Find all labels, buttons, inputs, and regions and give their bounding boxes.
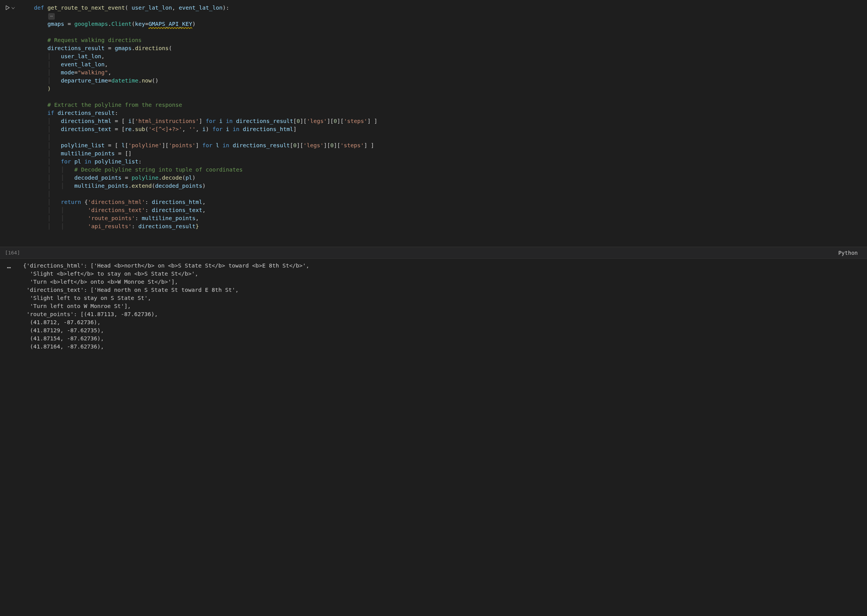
output-line: 'directions_text': ['Head north on S Sta… — [23, 287, 239, 293]
class: Client — [111, 21, 132, 27]
indent-guide — [34, 13, 47, 19]
code-editor[interactable]: def get_route_to_next_event( user_lat_lo… — [23, 4, 864, 231]
eq: = — [74, 69, 78, 76]
method: now — [142, 77, 152, 84]
constant-warning: GMAPS_API_KEY — [148, 21, 192, 27]
kw-in: in — [84, 158, 91, 165]
kw-if: if — [47, 110, 54, 116]
eq: = — [108, 77, 111, 84]
output-line: 'Slight left to stay on S State St', — [23, 295, 151, 301]
arg: user_lat_lon — [61, 53, 101, 59]
paren: ): — [223, 5, 229, 11]
var: directions_result — [47, 45, 105, 51]
brace: { — [81, 199, 88, 205]
param: user_lat_lon — [132, 5, 172, 11]
string: "walking" — [78, 69, 108, 76]
kw-def: def — [34, 5, 44, 11]
var: gmaps — [47, 21, 64, 27]
kw-return: return — [61, 199, 81, 205]
kw-for: for — [61, 158, 71, 165]
colon: : — [135, 215, 142, 221]
class: datetime — [111, 77, 138, 84]
output-cell: ⋯ {'directions_html': ['Head <b>north</b… — [0, 259, 867, 352]
function-name: get_route_to_next_event — [47, 5, 125, 11]
paren: ( — [125, 5, 132, 11]
key: 'api_results' — [88, 223, 132, 229]
cell-status-bar: [164] Python — [0, 247, 867, 259]
fold-badge[interactable]: ⋯ — [48, 13, 55, 20]
comment: # Decode polyline string into tuple of c… — [74, 167, 243, 173]
paren: () — [152, 77, 159, 84]
kwarg: mode — [61, 69, 74, 76]
colon: : — [145, 207, 152, 213]
language-label[interactable]: Python — [838, 249, 864, 257]
paren: ( — [132, 21, 135, 27]
chevron-down-icon[interactable] — [11, 5, 15, 9]
comma: , — [108, 69, 111, 76]
play-icon[interactable] — [5, 5, 10, 10]
output-ellipsis-icon[interactable]: ⋯ — [3, 262, 23, 273]
output-line: 'Turn left onto W Monroe St'], — [23, 303, 131, 309]
method: directions — [135, 45, 169, 51]
output-line: 'route_points': [(41.87113, -87.62736), — [23, 311, 158, 317]
output-line: 'Turn <b>left</b> onto <b>W Monroe St</b… — [23, 279, 178, 285]
cond — [54, 110, 57, 116]
kwarg: key — [135, 21, 145, 27]
key: 'directions_text' — [88, 207, 145, 213]
colon: : — [132, 223, 138, 229]
paren: ( — [169, 45, 172, 51]
output-line: (41.8712, -87.62736), — [23, 319, 101, 325]
dot: . — [108, 21, 111, 27]
execution-count: [164] — [3, 249, 23, 257]
output-line: {'directions_html': ['Head <b>north</b> … — [23, 263, 309, 269]
key: 'directions_html' — [88, 199, 145, 205]
output-line: (41.87164, -87.62736), — [23, 343, 104, 350]
comment: # Request walking directions — [47, 37, 142, 43]
eq: = — [145, 21, 148, 27]
indent-guide — [34, 21, 47, 27]
comma: , — [172, 5, 179, 11]
cell-gutter — [3, 4, 23, 10]
module: googlemaps — [74, 21, 108, 27]
paren: ) — [47, 86, 51, 92]
comment: # Extract the polyline from the response — [47, 102, 182, 108]
colon: : — [145, 199, 152, 205]
space — [44, 5, 47, 11]
kwarg: departure_time — [61, 77, 108, 84]
notebook: def get_route_to_next_event( user_lat_lo… — [0, 0, 867, 352]
paren: ) — [192, 21, 196, 27]
code-cell[interactable]: def get_route_to_next_event( user_lat_lo… — [0, 3, 867, 231]
output-line: 'Slight <b>left</b> to stay on <b>S Stat… — [23, 271, 198, 277]
output-text: {'directions_html': ['Head <b>north</b> … — [23, 262, 864, 351]
output-line: (41.87154, -87.62736), — [23, 335, 104, 342]
param: event_lat_lon — [179, 5, 223, 11]
sp — [71, 158, 74, 165]
key: 'route_points' — [88, 215, 135, 221]
arg: event_lat_lon — [61, 61, 105, 67]
output-line: (41.87129, -87.62735), — [23, 327, 104, 333]
